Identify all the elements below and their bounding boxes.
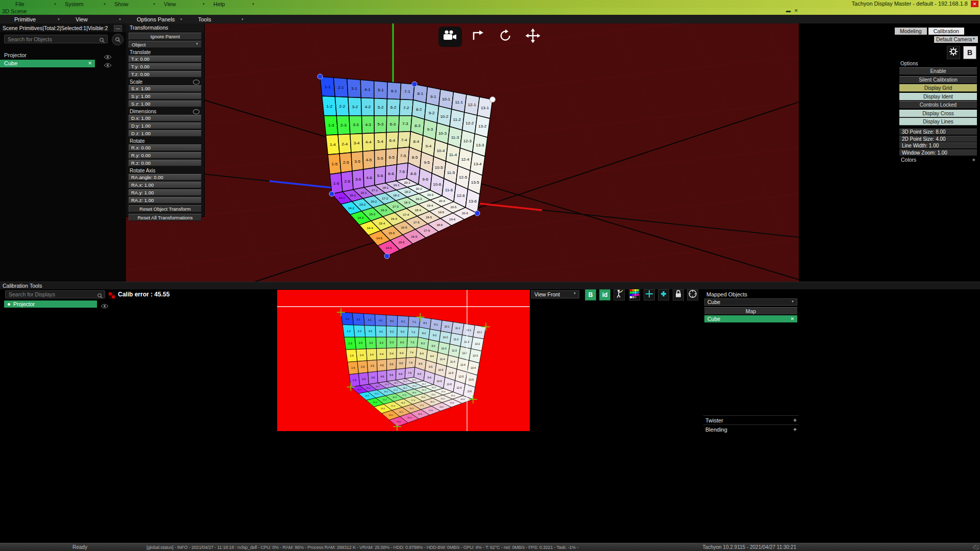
resize-grip[interactable] <box>973 545 979 550</box>
visibility-eye-icon[interactable] <box>104 53 113 58</box>
search-icon <box>97 292 103 301</box>
svg-text:10-5: 10-5 <box>435 165 444 170</box>
slider-r-x[interactable]: R.x: 0.00 <box>129 144 202 151</box>
controls-locked-button[interactable]: Controls Locked <box>899 101 977 109</box>
view-direction-select[interactable]: View Front ▼ <box>531 290 579 298</box>
remove-mapping-icon[interactable]: ✕ <box>790 316 794 321</box>
deselect-icon[interactable]: ✕ <box>88 61 92 66</box>
slider-r-y[interactable]: R.y: 0.00 <box>129 152 202 159</box>
dimensions-link-toggle[interactable] <box>193 109 200 114</box>
slider-t-y[interactable]: T.y: 0.00 <box>129 63 202 70</box>
menu-help[interactable]: Help▼ <box>213 1 263 7</box>
menu-file[interactable]: File▼ <box>15 1 65 7</box>
minimize-icon[interactable]: ▬ <box>786 8 791 13</box>
slider-t-z[interactable]: T.z: 0.00 <box>129 71 202 78</box>
enable-button[interactable]: Enable <box>899 67 977 75</box>
camera-mode-button[interactable] <box>438 27 462 47</box>
reset-object-transform-button[interactable]: Reset Object Transform <box>129 205 202 212</box>
blending-panel[interactable]: Blending+ <box>703 424 799 434</box>
menu-tools[interactable]: Tools▼ <box>198 16 259 22</box>
slider-d-y[interactable]: D.y: 1.00 <box>129 122 202 129</box>
scale-link-toggle[interactable] <box>193 80 200 85</box>
tab-modeling[interactable]: Modeling <box>895 28 927 35</box>
display-lines-button[interactable]: Display Lines <box>899 118 977 126</box>
scene-item-projector[interactable]: Projector <box>0 51 126 59</box>
display-grid-button[interactable]: Display Grid <box>899 84 977 92</box>
transform-space-select[interactable]: Object▼ <box>129 41 202 48</box>
orbit-mode-button[interactable] <box>466 27 489 47</box>
calib-error-icon <box>109 291 115 297</box>
blackout-button[interactable]: B <box>963 46 976 59</box>
visibility-eye-icon[interactable] <box>104 61 113 66</box>
settings-button[interactable] <box>947 46 960 59</box>
ident-toggle-button[interactable]: id <box>599 289 610 300</box>
value-window-zoom[interactable]: Window Zoom: 1.00 <box>899 149 977 156</box>
menu-system[interactable]: System▼ <box>65 1 114 7</box>
rotate-mode-button[interactable] <box>494 27 517 47</box>
slider-d-x[interactable]: D.x: 1.00 <box>129 115 202 121</box>
scene-menus: Primitive▼View▼Options Panels▼Tools▼ <box>0 16 259 22</box>
twister-panel[interactable]: Twister+ <box>703 415 799 424</box>
collapse-panel-button[interactable]: — <box>114 25 122 32</box>
3d-viewport[interactable]: 14-115-116-117-118-119-120-114-215-216-2… <box>126 23 799 282</box>
slider-r-z[interactable]: R.z: 0.00 <box>129 160 202 166</box>
add-point-button[interactable] <box>658 289 669 300</box>
silent-calibration-button[interactable]: Silent Calibration <box>899 76 977 84</box>
svg-text:1-6: 1-6 <box>333 181 339 186</box>
menu-view[interactable]: View▼ <box>76 16 137 22</box>
display-item-projector[interactable]: Projector <box>4 300 97 308</box>
projector-output-canvas[interactable]: 14-115-116-117-118-119-120-114-215-216-2… <box>277 290 530 431</box>
svg-text:4-4: 4-4 <box>380 353 383 356</box>
viewport-toolbar <box>438 27 545 47</box>
slider-ra-z[interactable]: RA.z: 1.00 <box>129 197 202 204</box>
display-cross-button[interactable]: Display Cross <box>899 110 977 117</box>
3d-viewport-canvas[interactable]: 14-115-116-117-118-119-120-114-215-216-2… <box>126 23 799 282</box>
svg-text:6-2: 6-2 <box>401 330 404 333</box>
reset-all-transformations-button[interactable]: Reset All Transformations <box>129 214 202 221</box>
display-ident-button[interactable]: Display Ident <box>899 93 977 101</box>
tab-calibration[interactable]: Calibration <box>928 28 964 35</box>
scene-item-cube[interactable]: Cube✕ <box>0 59 126 67</box>
close-icon[interactable]: ✕ <box>794 8 798 13</box>
slider-s-x[interactable]: S.x: 1.00 <box>129 85 202 92</box>
crosshair-tool-button[interactable] <box>644 289 655 300</box>
calibration-panel: ModelingCalibration Default Camera ▼ B O… <box>799 23 980 282</box>
test-pattern-button[interactable] <box>629 289 640 300</box>
menu-options-panels[interactable]: Options Panels▼ <box>137 16 198 22</box>
svg-text:8-2: 8-2 <box>416 107 422 112</box>
slider-ra-angle[interactable]: RA.angle: 0.00 <box>129 174 202 181</box>
advanced-search-button[interactable] <box>112 34 124 45</box>
search-objects-input[interactable] <box>4 35 108 43</box>
value-2d-point-size[interactable]: 2D Point Size: 4.00 <box>899 136 977 142</box>
slider-d-z[interactable]: D.z: 1.00 <box>129 130 202 137</box>
menu-primitive[interactable]: Primitive▼ <box>14 16 76 22</box>
window-close-button[interactable]: ✕ <box>971 1 978 7</box>
scene-objects-list: ProjectorCube✕ <box>0 51 126 67</box>
scene-menubar: Primitive▼View▼Options Panels▼Tools▼ <box>0 15 980 24</box>
mapped-item-cube[interactable]: Cube ✕ <box>704 315 797 322</box>
slider-ra-y[interactable]: RA.y: 1.00 <box>129 189 202 196</box>
search-displays-input[interactable] <box>5 290 105 298</box>
slider-ra-x[interactable]: RA.x: 1.00 <box>129 182 202 188</box>
svg-text:5-6: 5-6 <box>389 373 393 377</box>
visibility-eye-icon[interactable] <box>101 302 110 307</box>
ignore-parent-button[interactable]: Ignore Parent <box>129 33 202 40</box>
target-view-button[interactable] <box>687 289 698 300</box>
map-button[interactable]: Map <box>704 307 797 315</box>
camera-select[interactable]: Default Camera ▼ <box>934 36 978 43</box>
mapped-object-select[interactable]: Cube ▼ <box>704 298 797 306</box>
menu-show[interactable]: Show▼ <box>114 1 164 7</box>
move-mode-button[interactable] <box>521 27 545 47</box>
slider-t-x[interactable]: T.x: 0.00 <box>129 56 202 62</box>
value-line-width[interactable]: Line Width: 1.00 <box>899 142 977 148</box>
value-3d-point-size[interactable]: 3D Point Size: 8.00 <box>899 129 977 135</box>
colors-expander[interactable]: Colors + <box>899 156 977 163</box>
lock-view-button[interactable] <box>673 289 684 300</box>
menu-view[interactable]: View▼ <box>164 1 213 7</box>
blackout-toggle-button[interactable]: B <box>585 289 596 300</box>
projector-output-view[interactable]: 14-115-116-117-118-119-120-114-215-216-2… <box>277 290 530 431</box>
svg-text:6-1: 6-1 <box>391 89 397 93</box>
slider-s-z[interactable]: S.z: 1.00 <box>129 101 202 107</box>
walkthrough-button[interactable] <box>614 289 625 300</box>
slider-s-y[interactable]: S.y: 1.00 <box>129 93 202 99</box>
